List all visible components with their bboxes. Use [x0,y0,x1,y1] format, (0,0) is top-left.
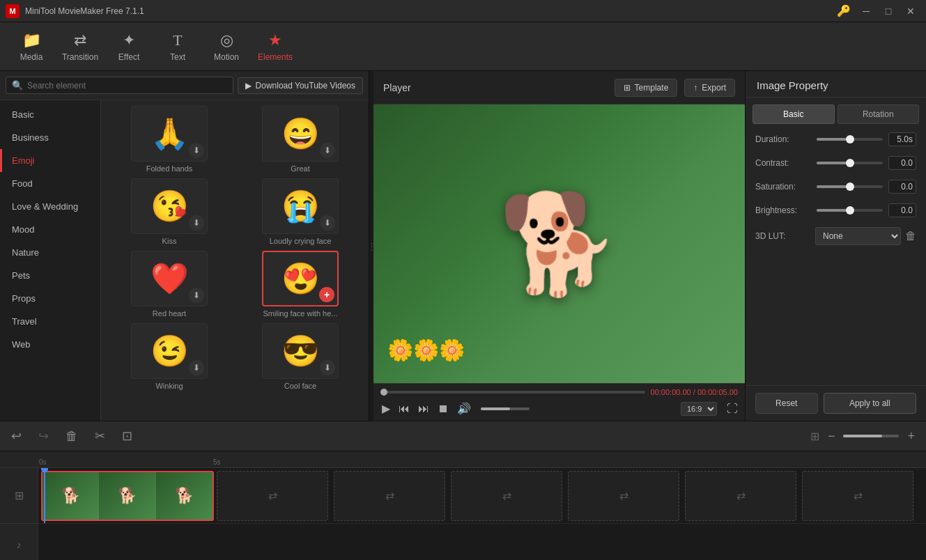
close-button[interactable]: ✕ [901,3,920,19]
daisy-icon: 🌼🌼🌼 [387,338,465,362]
apply-all-button[interactable]: Apply to all [824,393,916,414]
prev-button[interactable]: ⏮ [397,401,411,417]
emoji-great[interactable]: 😄 ⬇ Great [238,106,363,173]
transition-slot-5[interactable]: ⇄ [685,471,796,521]
play-button[interactable]: ▶ [380,400,392,417]
category-emoji[interactable]: Emoji [0,149,100,172]
toolbar-media[interactable]: 📁 Media [7,26,56,68]
minimize-button[interactable]: ─ [856,3,876,19]
brightness-value: 0.0 [888,203,916,217]
transition-icon-5: ⇄ [736,489,746,502]
zoom-slider[interactable] [843,435,899,437]
emoji-smiling-face[interactable]: 😍 + Smiling face with he... [238,251,363,318]
toolbar-effect[interactable]: ✦ Effect [105,26,153,68]
main-toolbar: 📁 Media ⇄ Transition ✦ Effect T Text ◎ M… [0,22,926,71]
export-icon: ↑ [693,83,697,93]
category-nature[interactable]: Nature [0,241,100,264]
download-btn-sunglasses[interactable]: ⬇ [320,360,335,375]
player-header-buttons: ⊞ Template ↑ Export [615,79,735,97]
transition-slot-1[interactable]: ⇄ [217,471,328,521]
contrast-slider[interactable] [817,162,883,164]
emoji-loudly-crying[interactable]: 😭 ⬇ Loudly crying face download [238,178,363,245]
audio-track-icon: ♪ [0,524,38,560]
search-box[interactable]: 🔍 [6,77,233,94]
toolbar-text[interactable]: T Text [153,26,202,68]
redo-button[interactable]: ↪ [36,426,52,446]
category-business[interactable]: Business [0,126,100,149]
emoji-folded-hands[interactable]: 🙏 ⬇ Folded hands [107,106,232,173]
saturation-slider-fill [817,185,850,188]
stop-button[interactable]: ⏹ [436,401,450,417]
time-total: 00:00:05.00 [697,388,738,396]
search-input[interactable] [27,81,227,91]
maximize-button[interactable]: □ [879,3,898,19]
search-bar: 🔍 ▶ Download YouTube Videos [0,71,369,100]
download-btn-loudly-crying[interactable]: ⬇ [320,215,335,231]
category-travel[interactable]: Travel [0,310,100,333]
zoom-out-button[interactable]: − [825,426,838,446]
toolbar-elements[interactable]: ★ Elements [251,26,300,68]
ruler-5s: 5s [213,458,221,466]
category-pets[interactable]: Pets [0,264,100,287]
emoji-kiss[interactable]: 😘 ⬇ Kiss [107,178,232,245]
reset-button[interactable]: Reset [755,393,818,414]
add-btn-smiling-face[interactable]: + [319,287,334,302]
delete-clip-button[interactable]: 🗑 [63,426,81,446]
fullscreen-button[interactable]: ⛶ [727,403,738,415]
category-love-wedding[interactable]: Love & Wedding [0,195,100,218]
download-btn-red-heart[interactable]: ⬇ [189,288,204,303]
download-btn-great[interactable]: ⬇ [320,143,335,158]
lut-select[interactable]: None [815,227,901,245]
toolbar-elements-label: Elements [258,52,293,62]
emoji-grid: 🙏 ⬇ Folded hands 😄 ⬇ Great 😘 [101,100,369,421]
key-icon: 🔑 [837,4,851,17]
property-body: Duration: 5.0s Contrast: 0.0 Saturation: [746,124,926,385]
emoji-winking[interactable]: 😉 ⬇ Winking [107,323,232,390]
player-title: Player [383,82,411,93]
template-button[interactable]: ⊞ Template [615,79,678,97]
tab-basic[interactable]: Basic [753,104,835,124]
download-btn-winking[interactable]: ⬇ [189,360,204,375]
tab-rotation[interactable]: Rotation [838,104,920,124]
lut-delete-button[interactable]: 🗑 [905,230,916,242]
volume-button[interactable]: 🔊 [456,400,472,417]
saturation-slider[interactable] [817,185,883,188]
toolbar-transition[interactable]: ⇄ Transition [56,26,105,68]
clip-thumb-3: 🐕 [156,472,213,520]
export-button[interactable]: ↑ Export [684,79,735,97]
progress-thumb [380,389,387,396]
transition-icon-6: ⇄ [854,489,863,502]
transition-slot-3[interactable]: ⇄ [451,471,562,521]
category-web[interactable]: Web [0,333,100,356]
player-video: 🐕 🌼🌼🌼 [373,104,745,383]
download-btn-folded-hands[interactable]: ⬇ [189,143,204,158]
emoji-red-heart[interactable]: ❤️ ⬇ Red heart [107,251,232,318]
transition-slot-6[interactable]: ⇄ [802,471,913,521]
download-btn-kiss[interactable]: ⬇ [189,215,204,231]
progress-bar[interactable] [380,391,645,394]
category-food[interactable]: Food [0,172,100,195]
saturation-value: 0.0 [888,180,916,194]
undo-button[interactable]: ↩ [8,426,24,446]
transition-slot-4[interactable]: ⇄ [568,471,679,521]
toolbar-motion[interactable]: ◎ Motion [202,26,251,68]
transition-slot-2[interactable]: ⇄ [334,471,445,521]
loudly-crying-emoji: 😭 [281,188,320,224]
zoom-in-button[interactable]: + [904,426,918,446]
winking-emoji: 😉 [151,333,189,369]
crop-button[interactable]: ⊡ [119,426,135,446]
next-button[interactable]: ⏭ [417,401,431,417]
category-props[interactable]: Props [0,287,100,310]
volume-slider[interactable] [481,407,530,410]
emoji-sunglasses[interactable]: 😎 ⬇ Cool face [238,323,363,390]
cut-button[interactable]: ✂ [92,426,108,446]
multitrack-icon: ⊞ [810,430,819,443]
brightness-slider[interactable] [817,209,883,212]
video-clip[interactable]: 🐕 🐕 🐕 [41,471,214,521]
duration-slider[interactable] [817,138,883,141]
download-youtube-button[interactable]: ▶ Download YouTube Videos [238,77,363,94]
toolbar-transition-label: Transition [62,52,98,62]
category-mood[interactable]: Mood [0,218,100,241]
aspect-ratio-select[interactable]: 16:9 9:16 1:1 4:3 [681,402,717,416]
category-basic[interactable]: Basic [0,103,100,126]
